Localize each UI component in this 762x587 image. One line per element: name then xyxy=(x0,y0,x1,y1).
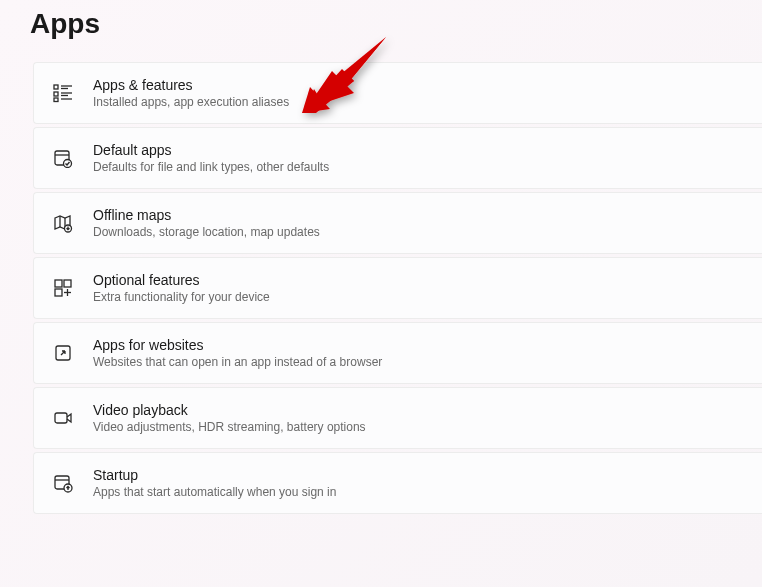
item-text: Startup Apps that start automatically wh… xyxy=(93,467,336,499)
item-text: Optional features Extra functionality fo… xyxy=(93,272,270,304)
offline-maps-icon xyxy=(53,213,73,233)
optional-features-icon xyxy=(53,278,73,298)
item-subtitle: Installed apps, app execution aliases xyxy=(93,95,289,109)
page-title: Apps xyxy=(30,8,762,40)
item-offline-maps[interactable]: Offline maps Downloads, storage location… xyxy=(33,192,762,254)
svg-rect-20 xyxy=(55,413,67,423)
startup-icon xyxy=(53,473,73,493)
settings-list: Apps & features Installed apps, app exec… xyxy=(33,62,762,514)
svg-rect-14 xyxy=(55,280,62,287)
item-apps-features[interactable]: Apps & features Installed apps, app exec… xyxy=(33,62,762,124)
item-text: Apps & features Installed apps, app exec… xyxy=(93,77,289,109)
svg-rect-16 xyxy=(55,289,62,296)
item-title: Video playback xyxy=(93,402,366,418)
item-title: Default apps xyxy=(93,142,329,158)
item-title: Offline maps xyxy=(93,207,320,223)
item-title: Apps & features xyxy=(93,77,289,93)
item-text: Video playback Video adjustments, HDR st… xyxy=(93,402,366,434)
svg-rect-1 xyxy=(54,92,58,96)
item-optional-features[interactable]: Optional features Extra functionality fo… xyxy=(33,257,762,319)
item-video-playback[interactable]: Video playback Video adjustments, HDR st… xyxy=(33,387,762,449)
item-subtitle: Extra functionality for your device xyxy=(93,290,270,304)
svg-rect-2 xyxy=(54,98,58,102)
item-default-apps[interactable]: Default apps Defaults for file and link … xyxy=(33,127,762,189)
item-title: Apps for websites xyxy=(93,337,382,353)
item-subtitle: Websites that can open in an app instead… xyxy=(93,355,382,369)
video-playback-icon xyxy=(53,408,73,428)
item-subtitle: Apps that start automatically when you s… xyxy=(93,485,336,499)
item-text: Offline maps Downloads, storage location… xyxy=(93,207,320,239)
item-apps-websites[interactable]: Apps for websites Websites that can open… xyxy=(33,322,762,384)
item-text: Default apps Defaults for file and link … xyxy=(93,142,329,174)
item-startup[interactable]: Startup Apps that start automatically wh… xyxy=(33,452,762,514)
apps-websites-icon xyxy=(53,343,73,363)
default-apps-icon xyxy=(53,148,73,168)
item-title: Startup xyxy=(93,467,336,483)
svg-rect-15 xyxy=(64,280,71,287)
item-subtitle: Defaults for file and link types, other … xyxy=(93,160,329,174)
apps-features-icon xyxy=(53,83,73,103)
item-subtitle: Video adjustments, HDR streaming, batter… xyxy=(93,420,366,434)
item-text: Apps for websites Websites that can open… xyxy=(93,337,382,369)
item-title: Optional features xyxy=(93,272,270,288)
item-subtitle: Downloads, storage location, map updates xyxy=(93,225,320,239)
svg-rect-0 xyxy=(54,85,58,89)
